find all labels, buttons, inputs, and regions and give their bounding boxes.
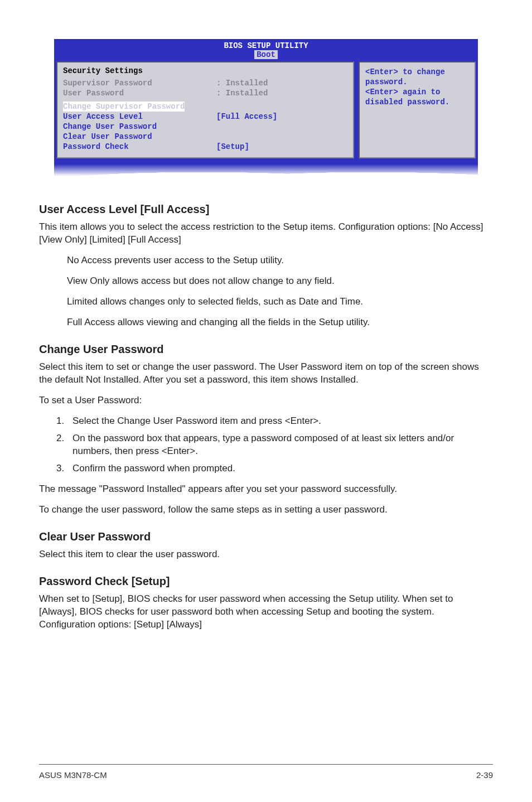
set-user-password-steps: Select the Change User Password item and… (50, 414, 493, 475)
password-check-label: Password Check (63, 142, 216, 152)
bios-help-panel: <Enter> to change password. <Enter> agai… (359, 61, 476, 158)
bios-title: BIOS SETUP UTILITY (54, 39, 478, 50)
limited-desc: Limited allows changes only to selected … (67, 295, 493, 308)
section-user-access-level-heading: User Access Level [Full Access] (39, 203, 493, 216)
page-footer: ASUS M3N78-CM 2-39 (39, 764, 493, 780)
set-user-password-intro: To set a User Password: (39, 394, 493, 407)
password-check-value: [Setup] (216, 142, 249, 152)
bios-fade-decoration (54, 164, 478, 176)
step-3: Confirm the password when prompted. (67, 462, 493, 475)
bios-section-heading: Security Settings (63, 66, 347, 76)
user-access-level-value: [Full Access] (216, 112, 277, 122)
bios-active-tab: Boot (254, 50, 278, 59)
change-user-password-desc: Select this item to set or change the us… (39, 360, 493, 386)
footer-page-number: 2-39 (476, 770, 493, 780)
step-1: Select the Change User Password item and… (67, 414, 493, 427)
section-change-user-password-heading: Change User Password (39, 343, 493, 356)
supervisor-password-label: Supervisor Password (63, 78, 216, 88)
section-clear-user-password-heading: Clear User Password (39, 530, 493, 543)
password-check-desc: When set to [Setup], BIOS checks for use… (39, 592, 493, 631)
supervisor-password-value: : Installed (216, 78, 268, 88)
bios-left-panel: Security Settings Supervisor Password: I… (56, 61, 354, 158)
change-password-note: To change the user password, follow the … (39, 503, 493, 516)
clear-user-password-item: Clear User Password (63, 132, 347, 142)
section-password-check-heading: Password Check [Setup] (39, 575, 493, 588)
view-only-desc: View Only allows access but does not all… (67, 274, 493, 287)
user-password-label: User Password (63, 88, 216, 98)
user-access-level-label: User Access Level (63, 112, 216, 122)
clear-user-password-desc: Select this item to clear the user passw… (39, 548, 493, 561)
bios-tab-row: Boot (54, 50, 478, 59)
full-access-desc: Full Access allows viewing and changing … (67, 316, 493, 328)
no-access-desc: No Access prevents user access to the Se… (67, 254, 493, 267)
bios-help-text: <Enter> to change password. <Enter> agai… (365, 67, 449, 107)
change-supervisor-password-item: Change Supervisor Password (63, 102, 185, 112)
change-user-password-item: Change User Password (63, 122, 347, 132)
footer-product: ASUS M3N78-CM (39, 770, 107, 780)
user-password-value: : Installed (216, 88, 268, 98)
step-2: On the password box that appears, type a… (67, 432, 493, 457)
password-installed-msg: The message "Password Installed" appears… (39, 482, 493, 495)
bios-screen: BIOS SETUP UTILITY Boot Security Setting… (54, 39, 478, 176)
bios-body: Security Settings Supervisor Password: I… (54, 59, 478, 164)
section-user-access-level-desc: This item allows you to select the acces… (39, 220, 493, 246)
